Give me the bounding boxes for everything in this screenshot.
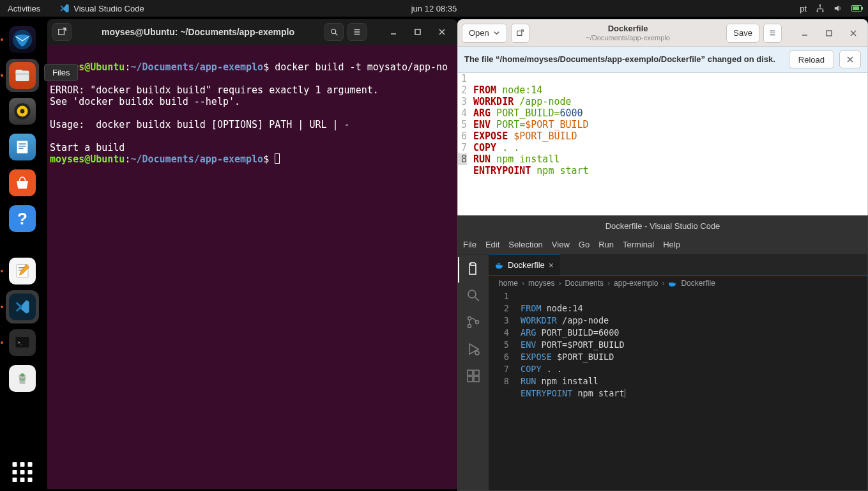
terminal-menu-button[interactable] <box>347 23 367 41</box>
dock-vscode[interactable] <box>6 290 39 323</box>
focused-app-name[interactable]: Visual Studio Code <box>73 4 144 13</box>
notification-text: The file “/home/moyses/Documents/app-exe… <box>464 54 784 65</box>
save-button[interactable]: Save <box>726 24 759 43</box>
prompt-path: ~/Documents/app-exemplo <box>130 153 263 165</box>
show-applications[interactable] <box>13 462 33 482</box>
breadcrumb[interactable]: home› moyses› Documents› app-exemplo› Do… <box>489 276 867 290</box>
svg-rect-21 <box>415 29 420 35</box>
menu-file[interactable]: File <box>463 240 476 249</box>
cursor <box>275 153 280 164</box>
gedit-reload-notification: The file “/home/moyses/Documents/app-exe… <box>458 47 867 73</box>
input-lang[interactable]: pt <box>800 4 807 13</box>
activities-button[interactable]: Activities <box>8 4 40 13</box>
gedit-window: Open Dockerfile ~/Documents/app-exemplo … <box>457 19 868 215</box>
vscode-menubar: File Edit Selection View Go Run Terminal… <box>458 235 867 254</box>
reload-button[interactable]: Reload <box>789 51 834 68</box>
battery-icon[interactable] <box>851 5 862 12</box>
svg-rect-12 <box>19 146 26 146</box>
terminal-output: ERROR: "docker buildx build" requires ex… <box>50 84 379 96</box>
terminal-output: Usage: docker buildx build [OPTIONS] PAT… <box>50 119 350 130</box>
menu-edit[interactable]: Edit <box>485 240 499 249</box>
vscode-window: Dockerfile - Visual Studio Code File Edi… <box>457 215 868 491</box>
prompt-user: moyses@Ubuntu <box>50 153 125 165</box>
run-debug-icon[interactable] <box>466 341 481 357</box>
extensions-icon[interactable] <box>466 368 481 384</box>
svg-rect-13 <box>19 148 23 148</box>
volume-icon[interactable] <box>834 4 842 13</box>
tab-bar: Dockerfile × <box>489 254 867 276</box>
dock-files[interactable]: Files <box>6 59 39 92</box>
vscode-icon <box>59 3 70 13</box>
minimize-button[interactable] <box>383 23 404 41</box>
terminal-title: moyses@Ubuntu: ~/Documents/app-exemplo <box>75 27 321 37</box>
menu-selection[interactable]: Selection <box>508 240 542 249</box>
menu-run[interactable]: Run <box>598 240 614 249</box>
terminal-search-button[interactable] <box>324 23 344 41</box>
svg-rect-11 <box>19 143 26 144</box>
svg-rect-10 <box>17 141 28 153</box>
dock-help[interactable]: ? <box>6 202 39 235</box>
close-tab-icon[interactable]: × <box>549 260 554 270</box>
dock-music[interactable] <box>6 95 39 128</box>
svg-rect-1 <box>817 10 818 13</box>
svg-rect-5 <box>16 74 29 75</box>
svg-point-9 <box>20 109 25 114</box>
maximize-button[interactable] <box>407 23 428 41</box>
code-content[interactable]: FROM node:14 WORKDIR /app-node ARG PORT_… <box>521 290 867 490</box>
menu-help[interactable]: Help <box>663 240 680 249</box>
gedit-menu-button[interactable] <box>763 24 782 43</box>
files-tooltip: Files <box>44 64 78 81</box>
new-tab-button[interactable] <box>52 23 72 41</box>
terminal-body[interactable]: moyses@Ubuntu:~/Documents/app-exemplo$ d… <box>47 45 457 176</box>
minimize-button[interactable] <box>795 24 815 42</box>
dismiss-notification-button[interactable] <box>839 51 861 68</box>
line-numbers: 12345678 <box>489 290 521 490</box>
activity-bar <box>458 254 489 490</box>
svg-rect-30 <box>474 370 479 375</box>
close-button[interactable] <box>432 23 452 41</box>
svg-rect-32 <box>474 377 479 382</box>
clock[interactable]: jun 12 08:35 <box>411 4 457 13</box>
search-icon[interactable] <box>466 288 481 303</box>
vscode-titlebar[interactable]: Dockerfile - Visual Studio Code <box>458 216 867 235</box>
svg-point-28 <box>475 351 479 355</box>
terminal-output: See 'docker buildx build --help'. <box>50 96 240 107</box>
svg-rect-19 <box>59 29 65 35</box>
menu-go[interactable]: Go <box>579 240 590 249</box>
dock-software[interactable] <box>6 166 39 199</box>
explorer-icon[interactable] <box>466 261 481 276</box>
svg-rect-31 <box>468 377 473 382</box>
command-line: docker build -t moysato/app-no <box>269 61 448 73</box>
new-tab-button[interactable] <box>511 24 529 43</box>
open-button[interactable]: Open <box>462 24 507 43</box>
dock: Files ? >_ <box>0 17 45 491</box>
docker-icon <box>668 279 677 288</box>
gedit-titlebar[interactable]: Open Dockerfile ~/Documents/app-exemplo … <box>458 20 867 47</box>
svg-rect-22 <box>517 31 522 35</box>
dock-trash[interactable] <box>6 362 39 395</box>
maximize-button[interactable] <box>819 24 839 42</box>
prompt-end: $ <box>263 153 269 165</box>
dock-thunderbird[interactable] <box>6 23 39 56</box>
cursor <box>625 389 625 398</box>
svg-text:>_: >_ <box>18 340 24 345</box>
svg-rect-6 <box>16 70 23 74</box>
svg-rect-29 <box>468 370 473 375</box>
close-button[interactable] <box>843 24 864 42</box>
terminal-titlebar[interactable]: moyses@Ubuntu: ~/Documents/app-exemplo <box>47 19 457 45</box>
dock-terminal[interactable]: >_ <box>6 326 39 359</box>
gedit-title: Dockerfile ~/Documents/app-exemplo <box>533 24 723 41</box>
dock-writer[interactable] <box>6 130 39 164</box>
menu-terminal[interactable]: Terminal <box>623 240 654 249</box>
source-control-icon[interactable] <box>466 315 481 330</box>
tab-dockerfile[interactable]: Dockerfile × <box>489 254 560 276</box>
code-content[interactable]: FROM node:14 WORKDIR /app-node ARG PORT_… <box>469 73 867 188</box>
docker-icon <box>495 261 504 270</box>
svg-point-20 <box>331 29 336 34</box>
dock-text-editor[interactable] <box>6 254 39 288</box>
prompt-end: $ <box>263 61 269 73</box>
gedit-editor[interactable]: 12345678 FROM node:14 WORKDIR /app-node … <box>458 73 867 188</box>
network-icon[interactable] <box>816 4 825 13</box>
menu-view[interactable]: View <box>552 240 570 249</box>
vscode-editor[interactable]: 12345678 FROM node:14 WORKDIR /app-node … <box>489 290 867 490</box>
